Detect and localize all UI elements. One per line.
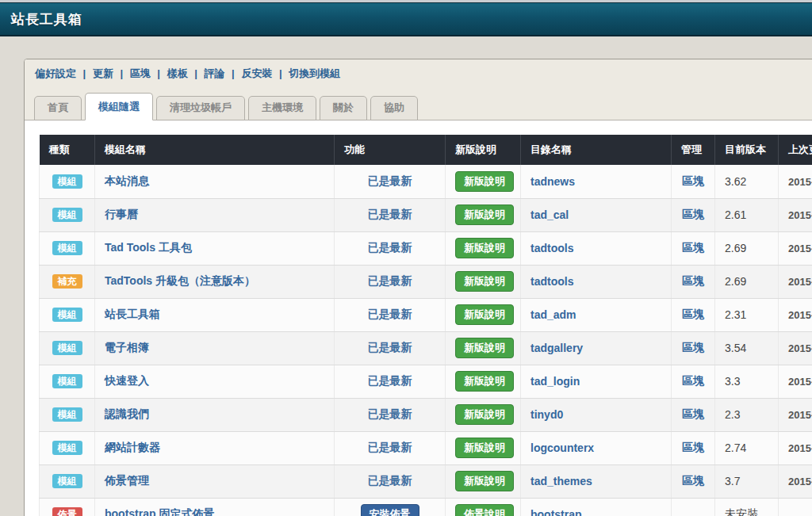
install-theme-button[interactable]: 安裝佈景 xyxy=(361,504,419,516)
nav-link-4[interactable]: 評論 xyxy=(205,67,225,79)
tab-0[interactable]: 首頁 xyxy=(34,96,82,120)
version-text: 3.3 xyxy=(725,375,740,388)
tab-4[interactable]: 關於 xyxy=(320,96,367,120)
function-cell: 已是最新 xyxy=(335,231,446,265)
manage-cell: 區塊 xyxy=(672,431,715,464)
release-notes-button[interactable]: 新版說明 xyxy=(455,171,514,192)
version-cell: 2.3 xyxy=(715,398,779,431)
name-cell: 快速登入 xyxy=(95,365,335,398)
version-cell: 未安裝 xyxy=(715,498,779,516)
manage-blocks-link[interactable]: 區塊 xyxy=(682,274,704,287)
table-row: 模組電子相簿已是最新新版說明tadgallery區塊3.542015- xyxy=(40,331,812,365)
name-cell: Tad Tools 工具包 xyxy=(95,231,335,265)
release-notes-button[interactable]: 新版說明 xyxy=(455,338,514,358)
nav-separator: | xyxy=(155,67,163,79)
manage-blocks-link[interactable]: 區塊 xyxy=(682,241,704,254)
release-notes-button[interactable]: 佈景說明 xyxy=(455,504,514,516)
function-cell: 已是最新 xyxy=(335,198,446,231)
nav-link-1[interactable]: 更新 xyxy=(93,67,113,79)
release-notes-button[interactable]: 新版說明 xyxy=(455,204,514,225)
name-cell: 站長工具箱 xyxy=(95,298,335,331)
type-cell: 模組 xyxy=(40,165,95,198)
updated-cell: 2015- xyxy=(779,298,812,331)
dir-name-link[interactable]: logcounterx xyxy=(530,441,594,454)
module-name-link[interactable]: TadTools 升級包（注意版本） xyxy=(105,274,255,287)
module-name-link[interactable]: 佈景管理 xyxy=(105,474,149,487)
updated-cell: 2015- xyxy=(779,265,812,298)
nav-link-3[interactable]: 樣板 xyxy=(167,67,188,79)
manage-blocks-link[interactable]: 區塊 xyxy=(682,341,704,354)
nav-link-5[interactable]: 反安裝 xyxy=(241,67,272,79)
version-cell: 2.61 xyxy=(715,198,779,231)
dir-name-link[interactable]: tadnews xyxy=(530,175,575,188)
dir-name-link[interactable]: tad_themes xyxy=(530,475,592,487)
tab-1[interactable]: 模組隨選 xyxy=(85,93,153,120)
notes-cell: 新版說明 xyxy=(446,398,521,431)
dirname-cell: tadtools xyxy=(521,265,672,298)
manage-blocks-link[interactable]: 區塊 xyxy=(682,474,704,487)
column-header-2: 功能 xyxy=(335,135,446,165)
name-cell: TadTools 升級包（注意版本） xyxy=(95,265,335,298)
module-name-link[interactable]: 快速登入 xyxy=(105,374,149,387)
version-cell: 2.74 xyxy=(715,431,779,464)
name-cell: 網站計數器 xyxy=(95,431,335,464)
module-name-link[interactable]: 電子相簿 xyxy=(105,341,149,354)
dir-name-link[interactable]: tadtools xyxy=(530,242,573,254)
version-text: 2.74 xyxy=(725,441,746,454)
tab-3[interactable]: 主機環境 xyxy=(248,96,316,120)
module-type-badge: 模組 xyxy=(52,208,82,222)
nav-link-0[interactable]: 偏好設定 xyxy=(35,67,76,79)
notes-cell: 新版說明 xyxy=(446,265,521,298)
manage-blocks-link[interactable]: 區塊 xyxy=(682,441,704,453)
panel-header: 偏好設定 | 更新 | 區塊 | 樣板 | 評論 | 反安裝 | 切換到模組 首… xyxy=(25,59,812,120)
notes-cell: 新版說明 xyxy=(446,365,521,398)
manage-blocks-link[interactable]: 區塊 xyxy=(682,407,704,420)
manage-cell: 區塊 xyxy=(672,398,715,431)
status-text: 已是最新 xyxy=(368,374,412,387)
nav-separator: | xyxy=(229,67,238,79)
module-type-badge: 模組 xyxy=(52,474,82,488)
version-text: 2.61 xyxy=(725,208,746,221)
release-notes-button[interactable]: 新版說明 xyxy=(455,238,514,258)
nav-link-6[interactable]: 切換到模組 xyxy=(289,67,340,79)
dir-name-link[interactable]: tadgallery xyxy=(530,342,583,354)
manage-blocks-link[interactable]: 區塊 xyxy=(682,308,704,320)
dir-name-link[interactable]: bootstrap xyxy=(530,508,582,516)
release-notes-button[interactable]: 新版說明 xyxy=(455,271,514,292)
dir-name-link[interactable]: tadtools xyxy=(530,275,573,288)
updated-text: 2015- xyxy=(788,276,812,288)
module-name-link[interactable]: bootstrap 固定式佈景 xyxy=(105,507,214,516)
dir-name-link[interactable]: tad_cal xyxy=(530,208,569,221)
function-cell: 已是最新 xyxy=(335,464,446,498)
release-notes-button[interactable]: 新版說明 xyxy=(455,304,514,325)
module-name-link[interactable]: 本站消息 xyxy=(105,174,149,187)
dir-name-link[interactable]: tad_login xyxy=(530,375,580,388)
module-name-link[interactable]: Tad Tools 工具包 xyxy=(105,241,192,254)
release-notes-button[interactable]: 新版說明 xyxy=(455,471,514,491)
nav-link-2[interactable]: 區塊 xyxy=(130,67,151,79)
table-header-row: 種類模組名稱功能新版說明目錄名稱管理目前版本上次更新 xyxy=(40,135,812,165)
column-header-0: 種類 xyxy=(40,135,95,165)
release-notes-button[interactable]: 新版說明 xyxy=(455,438,514,458)
tab-2[interactable]: 清理垃圾帳戶 xyxy=(156,96,245,120)
updated-cell xyxy=(779,498,812,516)
updated-text: 2015- xyxy=(788,409,812,421)
module-name-link[interactable]: 網站計數器 xyxy=(105,441,160,453)
table-row: 模組快速登入已是最新新版說明tad_login區塊3.32015- xyxy=(40,365,812,398)
updated-cell: 2015- xyxy=(779,365,812,398)
release-notes-button[interactable]: 新版說明 xyxy=(455,371,514,392)
module-type-badge: 模組 xyxy=(52,308,82,322)
notes-cell: 新版說明 xyxy=(446,198,521,231)
dir-name-link[interactable]: tinyd0 xyxy=(530,408,563,421)
dir-name-link[interactable]: tad_adm xyxy=(530,308,576,321)
tab-5[interactable]: 協助 xyxy=(370,96,418,120)
manage-blocks-link[interactable]: 區塊 xyxy=(682,174,704,187)
manage-blocks-link[interactable]: 區塊 xyxy=(682,208,704,220)
module-name-link[interactable]: 行事曆 xyxy=(105,208,138,220)
manage-cell: 區塊 xyxy=(672,298,715,331)
manage-blocks-link[interactable]: 區塊 xyxy=(682,374,704,387)
module-name-link[interactable]: 認識我們 xyxy=(105,407,149,420)
module-name-link[interactable]: 站長工具箱 xyxy=(105,308,160,320)
topbar: 站長工具箱 xyxy=(0,2,812,36)
release-notes-button[interactable]: 新版說明 xyxy=(455,404,514,425)
